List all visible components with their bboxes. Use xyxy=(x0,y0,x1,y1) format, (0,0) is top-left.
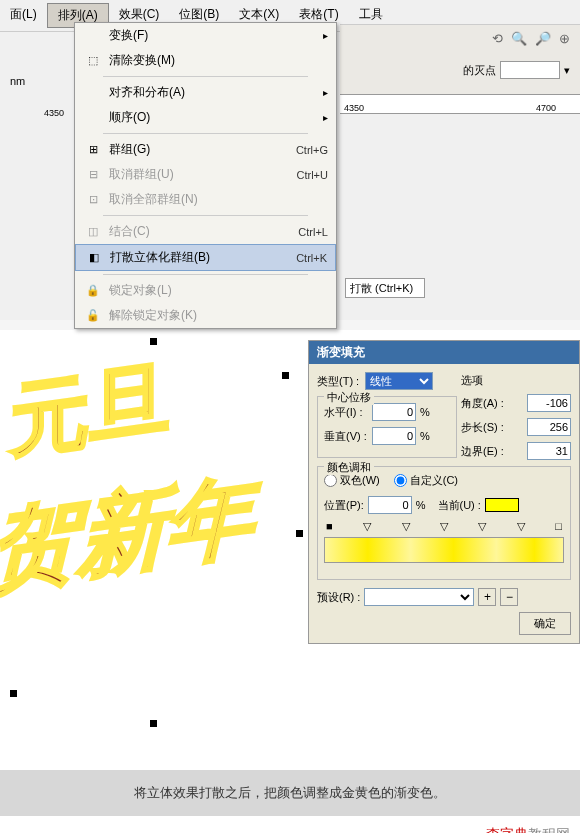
menu-combine: ◫ 结合(C) Ctrl+L xyxy=(75,219,336,244)
gradient-fill-dialog: 渐变填充 类型(T) : 线性 选项 角度(A) : 步长(S) : 边界(E)… xyxy=(308,340,580,644)
type-combo[interactable]: 线性 xyxy=(365,372,433,390)
shortcut: Ctrl+L xyxy=(298,226,328,238)
menu-transform[interactable]: 变换(F) ▸ xyxy=(75,23,336,48)
ruler-tick-left: 4350 xyxy=(44,108,64,118)
vanishing-point-input[interactable] xyxy=(500,61,560,79)
ok-button[interactable]: 确定 xyxy=(519,612,571,635)
separator xyxy=(103,133,308,134)
selection-handle[interactable] xyxy=(282,372,289,379)
menu-ungroup-all: ⊡ 取消全部群组(N) xyxy=(75,187,336,212)
ruler: 4350 4700 xyxy=(340,94,580,114)
unlock-icon: 🔓 xyxy=(83,309,103,322)
angle-input[interactable] xyxy=(527,394,571,412)
vanishing-point-field: 的灭点 ▾ xyxy=(463,61,570,79)
shortcut: Ctrl+K xyxy=(296,252,327,264)
ungroup-all-icon: ⊡ xyxy=(83,193,103,206)
ruler-tick: 4350 xyxy=(344,103,364,113)
edge-input[interactable] xyxy=(527,442,571,460)
current-label: 当前(U) : xyxy=(438,498,481,513)
zoom-fit-icon[interactable]: ⊕ xyxy=(559,31,570,46)
menu-group[interactable]: ⊞ 群组(G) Ctrl+G xyxy=(75,137,336,162)
shortcut: Ctrl+U xyxy=(297,169,328,181)
color-blend-label: 颜色调和 xyxy=(324,460,374,475)
ungroup-icon: ⊟ xyxy=(83,168,103,181)
step-label: 步长(S) : xyxy=(461,420,504,435)
percent: % xyxy=(420,406,430,418)
separator xyxy=(103,215,308,216)
separator xyxy=(103,274,308,275)
selection-handle[interactable] xyxy=(150,720,157,727)
horiz-input[interactable] xyxy=(372,403,416,421)
arrange-dropdown: 变换(F) ▸ ⬚ 清除变换(M) 对齐和分布(A) ▸ 顺序(O) ▸ ⊞ 群… xyxy=(74,22,337,329)
menu-lock-object: 🔒 锁定对象(L) xyxy=(75,278,336,303)
horiz-label: 水平(I) : xyxy=(324,405,368,420)
custom-radio[interactable]: 自定义(C) xyxy=(394,473,458,488)
app-top-section: 面(L) 排列(A) 效果(C) 位图(B) 文本(X) 表格(T) 工具 ⟲ … xyxy=(0,0,580,320)
percent: % xyxy=(420,430,430,442)
grad-marker[interactable]: ▽ xyxy=(517,520,525,533)
zoom-out-icon[interactable]: 🔎 xyxy=(535,31,551,46)
gradient-preview[interactable] xyxy=(324,537,564,563)
svg-text:元旦: 元旦 xyxy=(9,354,169,466)
artwork-3d-text[interactable]: 元旦 贺新年 xyxy=(0,350,300,670)
units-label: nm xyxy=(10,75,25,87)
watermark-footer: 查字典教程网 jiaocheng.chazidian.com xyxy=(0,816,580,833)
chevron-right-icon: ▸ xyxy=(323,30,328,41)
type-label: 类型(T) : xyxy=(317,374,361,389)
chevron-right-icon: ▸ xyxy=(323,87,328,98)
step-input[interactable] xyxy=(527,418,571,436)
separator xyxy=(103,76,308,77)
break-apart-toolbar-button[interactable]: 打散 (Ctrl+K) xyxy=(345,278,425,298)
canvas-and-dialog: 元旦 贺新年 渐变填充 类型(T) : 线性 选项 角度(A) : 步长(S) … xyxy=(0,330,580,770)
menu-align-distribute[interactable]: 对齐和分布(A) ▸ xyxy=(75,80,336,105)
menu-ungroup: ⊟ 取消群组(U) Ctrl+U xyxy=(75,162,336,187)
selection-handle[interactable] xyxy=(296,530,303,537)
grad-marker[interactable]: ▽ xyxy=(402,520,410,533)
break-apart-icon: ◧ xyxy=(84,251,104,264)
selection-handle[interactable] xyxy=(10,690,17,697)
center-offset-label: 中心位移 xyxy=(324,390,374,405)
current-color-swatch[interactable] xyxy=(485,498,519,512)
clear-icon: ⬚ xyxy=(83,54,103,67)
grad-marker[interactable]: □ xyxy=(555,520,562,533)
menu-order[interactable]: 顺序(O) ▸ xyxy=(75,105,336,130)
toolbar-area: ⟲ 🔍 🔎 ⊕ 的灭点 ▾ xyxy=(340,24,580,94)
position-label: 位置(P): xyxy=(324,498,364,513)
angle-label: 角度(A) : xyxy=(461,396,504,411)
menu-clear-transform[interactable]: ⬚ 清除变换(M) xyxy=(75,48,336,73)
vert-input[interactable] xyxy=(372,427,416,445)
menu-unlock-object: 🔓 解除锁定对象(K) xyxy=(75,303,336,328)
grad-marker[interactable]: ■ xyxy=(326,520,333,533)
preset-label: 预设(R) : xyxy=(317,590,360,605)
vert-label: 垂直(V) : xyxy=(324,429,368,444)
percent: % xyxy=(416,499,426,511)
ruler-tick: 4700 xyxy=(536,103,556,113)
grad-marker[interactable]: ▽ xyxy=(440,520,448,533)
preset-add-button[interactable]: + xyxy=(478,588,496,606)
vanishing-point-label: 的灭点 xyxy=(463,63,496,78)
svg-text:贺新年: 贺新年 xyxy=(0,464,262,601)
combine-icon: ◫ xyxy=(83,225,103,238)
selection-handle[interactable] xyxy=(150,338,157,345)
position-input[interactable] xyxy=(368,496,412,514)
refresh-icon[interactable]: ⟲ xyxy=(492,31,503,46)
grad-marker[interactable]: ▽ xyxy=(363,520,371,533)
lock-icon: 🔒 xyxy=(83,284,103,297)
preset-remove-button[interactable]: − xyxy=(500,588,518,606)
instruction-caption: 将立体效果打散之后，把颜色调整成金黄色的渐变色。 xyxy=(0,770,580,816)
chevron-right-icon: ▸ xyxy=(323,112,328,123)
brand-text: 查字典教程网 xyxy=(486,826,570,833)
dropdown-icon[interactable]: ▾ xyxy=(564,64,570,77)
menu-break-apart-extrude[interactable]: ◧ 打散立体化群组(B) Ctrl+K xyxy=(75,244,336,271)
edge-label: 边界(E) : xyxy=(461,444,504,459)
options-label: 选项 xyxy=(461,373,571,388)
group-icon: ⊞ xyxy=(83,143,103,156)
dialog-title: 渐变填充 xyxy=(309,341,579,364)
menu-face[interactable]: 面(L) xyxy=(0,3,47,28)
canvas[interactable]: 元旦 贺新年 xyxy=(0,330,310,770)
grad-marker[interactable]: ▽ xyxy=(478,520,486,533)
preset-combo[interactable] xyxy=(364,588,474,606)
shortcut: Ctrl+G xyxy=(296,144,328,156)
zoom-in-icon[interactable]: 🔍 xyxy=(511,31,527,46)
twocolor-radio[interactable]: 双色(W) xyxy=(324,473,380,488)
